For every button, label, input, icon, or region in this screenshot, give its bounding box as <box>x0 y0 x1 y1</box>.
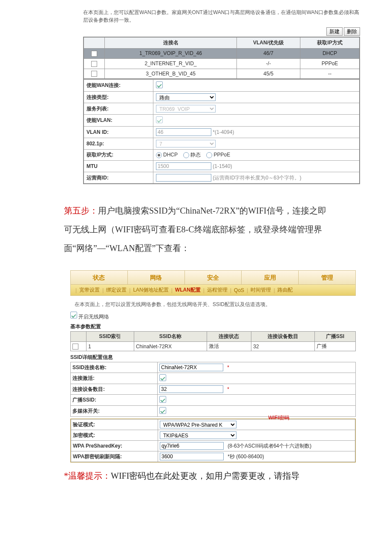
new-button[interactable]: 新建 <box>326 27 343 36</box>
conn-type-select[interactable]: 路由 <box>156 93 216 101</box>
wan-connections-table: 连接名 VLAN/优先级 获取IP方式 1_TR069_VOIP_R_VID_4… <box>83 37 360 79</box>
vlan-enable-label: 使能VLAN: <box>84 115 153 127</box>
ssid-active-checkbox[interactable] <box>159 374 166 381</box>
tab-manage[interactable]: 管理 <box>299 271 355 284</box>
subnav-route[interactable]: 路由配 <box>276 286 294 294</box>
ssid-count-input[interactable] <box>159 385 223 393</box>
tip-line: *温馨提示：WIFI密码也在此处更改，如用户需要更改，请指导 <box>64 470 328 482</box>
ipmode-pppoe-label: PPPoE <box>213 152 230 158</box>
ipmode-pppoe-radio[interactable] <box>206 152 212 158</box>
conn-vlan: 46/7 <box>237 49 300 59</box>
tab-security[interactable]: 安全 <box>185 271 242 284</box>
subnav-binding[interactable]: 绑定设置 <box>105 286 128 294</box>
rekey-hint: *秒 (600-86400) <box>225 454 264 460</box>
step-lead: 第五步： <box>64 206 98 215</box>
enable-wan-checkbox[interactable] <box>156 81 163 88</box>
vlan-id-hint: *(1-4094) <box>213 129 234 135</box>
doc-paragraph: 第五步：用户电脑搜索SSID为“ChinaNet-72RX”的WIFI信号，连接… <box>64 201 328 257</box>
ipmode-static-radio[interactable] <box>183 152 189 158</box>
subnav-wlan[interactable]: WLAN配置 <box>174 286 202 294</box>
wlan-intro-text: 在本页面上，您可以设置无线网络参数，包括无线网络开关、SSID配置以及信道选项。 <box>75 301 352 308</box>
row-checkbox[interactable] <box>72 344 78 350</box>
table-row[interactable]: 3_OTHER_B_VID_45 45/5 -- <box>84 69 360 79</box>
required-star: * <box>225 386 229 392</box>
conn-name: 2_INTERNET_R_VID_ <box>105 58 237 69</box>
mtu-hint: (1-1540) <box>213 163 232 169</box>
col-ssid-name: SSID名称 <box>134 332 207 342</box>
wan-intro-text: 在本页面上，您可以配置WAN口参数。家庭网关ONT通过WAN口与高层网络设备通信… <box>83 9 360 24</box>
step-body: 用户电脑搜索SSID为“ChinaNet-72RX”的WIFI信号，连接之即可无… <box>64 206 326 253</box>
conn-ip: DHCP <box>300 49 360 59</box>
carrier-id-label: 运营商ID: <box>84 172 153 184</box>
wlan-form: SSID连接名称: * 连接激活: 连接设备数目: * 广播SSID: <box>70 362 356 417</box>
conn-type-label: 连接类型: <box>84 92 153 103</box>
ipmode-dhcp-label: DHCP <box>163 152 178 158</box>
wifi-password-group: WIFI密码 验证模式: WPA/WPA2 Pre-Shared K 加密模式:… <box>70 419 356 462</box>
rekey-input[interactable] <box>160 453 224 460</box>
wlan-config-panel: 在本页面上，您可以设置无线网络参数，包括无线网络开关、SSID配置以及信道选项。… <box>70 301 356 462</box>
auth-mode-select[interactable]: WPA/WPA2 Pre-Shared K <box>160 421 236 428</box>
media-switch-checkbox[interactable] <box>159 407 166 414</box>
col-ssid-state: 连接状态 <box>207 332 251 342</box>
subnav-time[interactable]: 时间管理 <box>249 286 272 294</box>
psk-input[interactable] <box>160 442 224 450</box>
conn-ip: PPPoE <box>300 58 360 69</box>
subnav-lan[interactable]: LAN侧地址配置 <box>132 286 170 294</box>
conn-ip: -- <box>300 69 360 79</box>
conn-name: 3_OTHER_B_VID_45 <box>105 69 237 79</box>
svc-list-label: 服务列表: <box>84 103 153 115</box>
vlan-id-label: VLAN ID: <box>84 127 153 138</box>
top-nav: 状态 网络 安全 应用 管理 <box>70 270 356 285</box>
enc-mode-select[interactable]: TKIP&AES <box>160 431 236 439</box>
conn-name: 1_TR069_VOIP_R_VID_46 <box>105 49 237 59</box>
tab-status[interactable]: 状态 <box>71 271 128 284</box>
wan-config-panel: 在本页面上，您可以配置WAN口参数。家庭网关ONT通过WAN口与高层网络设备通信… <box>83 9 360 184</box>
table-row[interactable]: 1 ChinaNet-72RX 激活 32 广播 <box>71 342 356 351</box>
ssid-bcast-checkbox[interactable] <box>159 396 166 403</box>
table-row[interactable]: 1_TR069_VOIP_R_VID_46 46/7 DHCP <box>84 49 360 59</box>
media-switch-label: 多媒体开关: <box>71 406 158 417</box>
subnav-qos[interactable]: QoS <box>233 287 245 293</box>
tip-lead: *温馨提示： <box>64 471 111 480</box>
col-conn-name: 连接名 <box>105 37 237 49</box>
enable-wireless-label: 开启无线网络 <box>78 314 109 320</box>
vlan-id-input <box>156 128 211 136</box>
ssid-name-input[interactable] <box>159 364 223 371</box>
ipmode-dhcp-radio[interactable] <box>156 152 162 158</box>
subnav-broadband[interactable]: 宽带设置 <box>78 286 101 294</box>
carrier-id-hint: (运营商ID字符串长度为0～63个字符。) <box>213 175 301 181</box>
sub-nav: | 宽带设置| 绑定设置| LAN侧地址配置| WLAN配置| 远程管理| Qo… <box>70 285 356 296</box>
ipmode-static-label: 静态 <box>190 152 201 158</box>
row-checkbox[interactable] <box>91 61 97 67</box>
ssid-count: 32 <box>251 342 315 351</box>
enc-mode-label: 加密模式: <box>71 430 158 441</box>
tab-app[interactable]: 应用 <box>242 271 299 284</box>
ipmode-label: 获取IP方式: <box>84 150 153 161</box>
ssid-index: 1 <box>86 342 134 351</box>
col-ipmode: 获取IP方式 <box>300 37 360 49</box>
psk-label: WPA PreSharedKey: <box>71 441 158 451</box>
wifi-password-tag: WIFI密码 <box>268 414 289 422</box>
tab-network[interactable]: 网络 <box>128 271 185 284</box>
auth-mode-label: 验证模式: <box>71 419 158 430</box>
col-ssid-bcast: 广播SSI <box>314 332 355 342</box>
svc-list-select: TR069_VOIP <box>156 105 216 113</box>
ssid-detail-title: SSID详细配置信息 <box>70 354 356 361</box>
row-checkbox[interactable] <box>91 71 97 77</box>
delete-button[interactable]: 删除 <box>344 27 360 36</box>
enable-wireless-checkbox[interactable] <box>70 312 77 318</box>
dot1p-select: 7 <box>156 140 216 147</box>
col-ssid-count: 连接设备数目 <box>251 332 315 342</box>
subnav-remote[interactable]: 远程管理 <box>206 286 229 294</box>
ssid-active-label: 连接激活: <box>71 373 158 384</box>
col-ssid-index: SSID索引 <box>86 332 134 342</box>
dot1p-label: 802.1p: <box>84 138 153 150</box>
row-checkbox[interactable] <box>91 51 97 57</box>
psk-hint: (8-63个ASCII码或者64个十六进制数) <box>225 443 311 449</box>
ssid-count-label: 连接设备数目: <box>71 384 158 395</box>
nav-panel: 状态 网络 安全 应用 管理 | 宽带设置| 绑定设置| LAN侧地址配置| W… <box>70 270 356 296</box>
mtu-label: MTU <box>84 161 153 172</box>
table-row[interactable]: 2_INTERNET_R_VID_ -/- PPPoE <box>84 58 360 69</box>
carrier-id-input[interactable] <box>156 174 211 182</box>
rekey-label: WPA群密钥刷新间隔: <box>71 451 158 462</box>
